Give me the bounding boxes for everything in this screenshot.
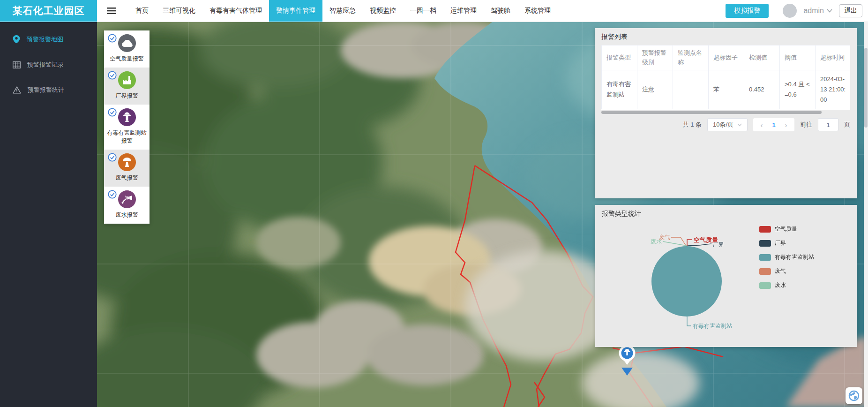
- pagination-total: 共 1 条: [683, 121, 702, 129]
- layer-item-waste-gas[interactable]: 废气报警: [104, 150, 150, 187]
- col-header-factor: 超标因子: [709, 45, 744, 70]
- cell-alarm-level: 注意: [637, 70, 673, 109]
- cell-time: 2024-03-13 21:00:00: [816, 70, 851, 109]
- nav-tab-system[interactable]: 系统管理: [517, 0, 558, 22]
- legend-label: 厂界: [775, 239, 786, 247]
- col-header-alarm-type: 报警类型: [602, 45, 637, 70]
- sidebar-item-alarm-records[interactable]: 预警报警记录: [0, 54, 97, 75]
- layer-item-air-quality[interactable]: 空气质量报警: [104, 30, 150, 68]
- nav-tab-3d[interactable]: 三维可视化: [156, 0, 202, 22]
- table-horizontal-scrollbar[interactable]: [601, 111, 850, 114]
- main-nav: 首页 三维可视化 有毒有害气体管理 警情事件管理 智慧应急 视频监控 一园一档 …: [128, 0, 558, 22]
- sidebar-item-label: 预警报警地图: [27, 35, 63, 44]
- map-layer-legend: 空气质量报警 厂界报警 有毒有害监测站报警 废气报警: [104, 30, 150, 224]
- legend-item-waste-water[interactable]: 废水: [759, 281, 814, 289]
- warning-icon: [13, 86, 21, 94]
- legend-swatch: [759, 268, 771, 275]
- page-size-select[interactable]: 10条/页: [707, 118, 748, 131]
- nav-tab-alarm-events[interactable]: 警情事件管理: [269, 0, 322, 22]
- checked-circle-icon[interactable]: [108, 34, 117, 45]
- legend-swatch: [759, 254, 771, 261]
- vertical-scrollbar[interactable]: [864, 22, 868, 407]
- nav-tab-cockpit[interactable]: 驾驶舱: [484, 0, 517, 22]
- table-row: 有毒有害监测站 注意 苯 0.452 >0.4 且 <=0.6 2024-03-…: [602, 70, 851, 109]
- legend-item-waste-gas[interactable]: 废气: [759, 267, 814, 275]
- logout-button[interactable]: 退出: [839, 4, 862, 17]
- col-header-time: 超标时间: [816, 45, 851, 70]
- top-bar-right: 模拟报警 admin 退出: [726, 0, 868, 22]
- col-header-threshold: 阈值: [780, 45, 816, 70]
- legend-item-factory-boundary[interactable]: 厂界: [759, 239, 814, 247]
- sidebar: 预警报警地图 预警报警记录 预警报警统计: [0, 22, 97, 407]
- legend-item-air-quality[interactable]: 空气质量: [759, 225, 814, 233]
- table-icon: [13, 61, 21, 68]
- layer-label: 废水报警: [116, 211, 138, 219]
- nav-tab-toxic-gas[interactable]: 有毒有害气体管理: [202, 0, 269, 22]
- col-header-alarm-level: 预警报警级别: [637, 45, 673, 70]
- legend-swatch: [759, 240, 771, 247]
- user-menu[interactable]: admin: [803, 7, 832, 15]
- prev-page-button[interactable]: ‹: [756, 121, 767, 129]
- nav-tab-ops[interactable]: 运维管理: [443, 0, 484, 22]
- sidebar-item-label: 预警报警记录: [27, 60, 64, 69]
- page-size-value: 10条/页: [713, 121, 733, 129]
- waste-water-icon: [118, 190, 136, 208]
- alarm-list-title: 报警列表: [595, 28, 857, 41]
- alarm-table: 报警类型 预警报警级别 监测点名称 超标因子 检测值 阈值 超标时间 有毒有害监…: [601, 45, 850, 110]
- nav-tab-home[interactable]: 首页: [128, 0, 156, 22]
- legend-item-toxic-station[interactable]: 有毒有害监测站: [759, 253, 814, 261]
- checked-circle-icon[interactable]: [108, 108, 117, 119]
- hamburger-icon: [107, 7, 116, 15]
- sidebar-item-alarm-map[interactable]: 预警报警地图: [0, 29, 97, 50]
- brand-logo: 某石化工业园区: [0, 0, 97, 22]
- factory-boundary-icon: [118, 71, 136, 89]
- layer-label: 空气质量报警: [110, 55, 144, 63]
- locate-globe-button[interactable]: [846, 387, 862, 404]
- layer-item-toxic-station[interactable]: 有毒有害监测站报警: [104, 105, 150, 150]
- cell-alarm-type: 有毒有害监测站: [602, 70, 637, 109]
- checked-circle-icon[interactable]: [108, 153, 117, 164]
- cell-point-name: [673, 70, 709, 109]
- legend-label: 废气: [775, 267, 786, 275]
- checked-circle-icon[interactable]: [108, 71, 117, 82]
- goto-page-input[interactable]: [818, 118, 838, 131]
- username-label: admin: [803, 7, 824, 15]
- top-bar: 某石化工业园区 首页 三维可视化 有毒有害气体管理 警情事件管理 智慧应急 视频…: [0, 0, 868, 22]
- next-page-button[interactable]: ›: [780, 121, 792, 129]
- legend-swatch: [759, 226, 771, 233]
- col-header-value: 检测值: [744, 45, 780, 70]
- nav-tab-park-archive[interactable]: 一园一档: [403, 0, 443, 22]
- current-page[interactable]: 1: [767, 121, 780, 128]
- simulate-alarm-button[interactable]: 模拟报警: [726, 4, 769, 18]
- cell-threshold: >0.4 且 <=0.6: [780, 70, 816, 109]
- pager-box: ‹ 1 ›: [753, 118, 794, 131]
- sidebar-item-alarm-stats[interactable]: 预警报警统计: [0, 79, 97, 101]
- waste-gas-icon: [118, 153, 136, 171]
- pie-label-toxic-station: 有毒有害监测站: [692, 323, 732, 329]
- alarm-type-chart-panel: 报警类型统计 废水 废气 空气质量 厂界 有毒有害监测站 空气质量 厂界 有毒有…: [595, 205, 857, 347]
- goto-label: 前往: [800, 121, 812, 129]
- checked-circle-icon[interactable]: [108, 190, 117, 201]
- alarm-list-panel: 报警列表 报警类型 预警报警级别 监测点名称 超标因子 检测值 阈值 超标时间 …: [595, 28, 857, 198]
- pie-label-waste-gas: 废气: [659, 234, 670, 241]
- pie-label-factory-boundary: 厂界: [713, 241, 724, 248]
- legend-label: 空气质量: [775, 225, 797, 233]
- chart-legend: 空气质量 厂界 有毒有害监测站 废气 废水: [759, 225, 814, 289]
- pagination: 共 1 条 10条/页 ‹ 1 › 前往 页: [683, 118, 850, 131]
- layer-item-factory-boundary[interactable]: 厂界报警: [104, 68, 150, 105]
- goto-unit: 页: [844, 121, 850, 129]
- map-pin-icon: [13, 35, 20, 44]
- nav-tab-emergency[interactable]: 智慧应急: [322, 0, 363, 22]
- chevron-down-icon: [827, 9, 832, 13]
- nav-tab-video[interactable]: 视频监控: [363, 0, 403, 22]
- pie-slice-toxic-station[interactable]: [651, 246, 722, 317]
- cell-factor: 苯: [709, 70, 744, 109]
- legend-label: 废水: [775, 281, 786, 289]
- layer-item-waste-water[interactable]: 废水报警: [104, 187, 150, 224]
- menu-toggle-icon[interactable]: [107, 0, 116, 22]
- col-header-point-name: 监测点名称: [673, 45, 709, 70]
- avatar[interactable]: [783, 4, 797, 18]
- toxic-station-icon: [118, 108, 136, 126]
- sidebar-item-label: 预警报警统计: [28, 86, 64, 94]
- globe-icon: [848, 390, 860, 401]
